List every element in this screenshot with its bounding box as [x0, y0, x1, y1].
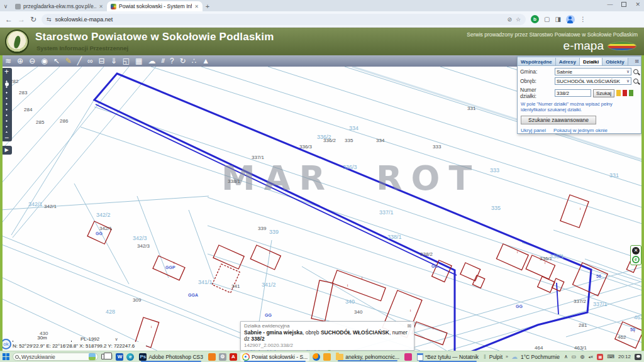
window-close-button[interactable]: ✕ [635, 1, 640, 8]
map-symbol: GG [516, 304, 523, 309]
system-tray: ∧ ▭ ◍ ◂✕ ▦ ⌨ 20:12 [564, 354, 641, 360]
measure-icon[interactable]: ╱ [77, 55, 82, 67]
county-logo[interactable] [5, 30, 29, 53]
acrobat-icon[interactable]: A [230, 353, 237, 361]
new-tab-button[interactable]: + [203, 1, 213, 11]
back-button[interactable]: ← [5, 15, 13, 24]
keyboard-icon[interactable]: ⌨ [607, 354, 614, 359]
popup-close-icon[interactable]: ⊠ [407, 323, 411, 329]
panels-icon[interactable]: ▦ [135, 55, 142, 67]
extensions-puzzle-icon[interactable]: ▢ [544, 16, 550, 23]
network-icon[interactable]: ◍ [580, 354, 584, 359]
full-extent-icon[interactable]: ◉ [41, 55, 47, 67]
single-window-link[interactable]: Pokazuj w jednym oknie [553, 128, 608, 133]
address-bar[interactable]: ⇆ sokolowski.e-mapa.net ⊘ ☆ [42, 14, 526, 25]
svg-text:i: i [174, 261, 174, 265]
points-icon[interactable]: ∴ [192, 55, 197, 67]
zoom-in-button[interactable]: + [1, 68, 12, 76]
forward-button[interactable]: → [18, 15, 25, 24]
task-view-icon[interactable] [101, 354, 108, 359]
hatch-lines-icon[interactable]: /// [161, 55, 164, 67]
pointer-icon[interactable]: ↖ [53, 55, 60, 67]
browser-tab-1[interactable]: przegladarka-ekw.ms.gov.pl/e... ✕ [11, 1, 107, 11]
search-icon[interactable] [633, 69, 638, 74]
word-icon[interactable]: W [116, 353, 123, 361]
weather-cloud-icon[interactable]: ☁ [511, 353, 518, 360]
crs-label: PL-1992 [80, 336, 99, 342]
notepad-task[interactable]: *Bez tytułu — Notatnik [415, 353, 480, 361]
help-icon[interactable]: ? [170, 55, 174, 67]
szukaj-button[interactable]: Szukaj [593, 89, 614, 97]
tab-adresy[interactable]: Adresy [556, 58, 580, 65]
tab2-close-icon[interactable]: ✕ [194, 4, 199, 9]
layers-icon[interactable]: ≋ [5, 55, 11, 67]
explorer-task[interactable]: aneksy, pełnomocnic... [334, 353, 401, 361]
zoom-handle[interactable] [5, 82, 9, 86]
edge-icon[interactable]: e [126, 353, 134, 361]
close-overlay-button[interactable]: ✕ [632, 247, 640, 255]
reload-button[interactable]: ↻ [30, 15, 36, 24]
profile-avatar[interactable] [566, 15, 575, 24]
zoom-in-icon[interactable]: ⊕ [17, 55, 23, 67]
orange-app2-icon[interactable] [323, 353, 331, 361]
north-arrow-icon[interactable]: ▲ [202, 55, 209, 67]
hide-panel-link[interactable]: Ukryj panel [521, 128, 546, 133]
browser-tab-2[interactable]: Powiat sokołowski - System Inf... ✕ [107, 1, 203, 11]
tray-chevron-icon[interactable]: ∧ [564, 354, 568, 359]
window-minimize-button[interactable]: — [607, 1, 613, 8]
download-icon[interactable]: ⇓ [111, 55, 117, 67]
pulpit-expand-icon[interactable]: » [506, 354, 508, 359]
crs-selector[interactable]: PL-1992 ∨ [80, 336, 118, 342]
site-info-icon[interactable]: ⇆ [47, 16, 52, 23]
tab-dzialki[interactable]: Działki [580, 58, 602, 65]
volume-muted-icon[interactable]: ◂✕ [588, 354, 593, 359]
parcel-number-input[interactable]: 338/2 [555, 89, 591, 97]
pulpit-toolbar[interactable]: Pulpit [489, 354, 502, 360]
tab1-close-icon[interactable]: ✕ [99, 4, 103, 9]
taskbar-search[interactable]: Wyszukiwanie [13, 353, 98, 361]
tab1-title: przegladarka-ekw.ms.gov.pl/e... [23, 3, 96, 9]
annotate-pen-icon[interactable]: ✎ [65, 55, 72, 67]
gear-app-icon[interactable]: ⚙ [219, 353, 226, 361]
obreb-select[interactable]: SUCHODÓŁ WŁOŚCIAŃSK∨ [555, 77, 631, 85]
search-icon[interactable] [633, 79, 638, 84]
zoom-track[interactable] [4, 77, 9, 133]
side-panel-icon[interactable]: ◨ [555, 16, 561, 23]
parcel-label: 338/1 [387, 234, 402, 240]
zoom-slider[interactable]: + − [1, 68, 12, 141]
orange-app-icon[interactable] [208, 353, 216, 361]
coordinates-bar: N: 52°29'22.9" E: 22°16'28.8" X: 518799.… [0, 342, 146, 351]
chat-icon[interactable] [635, 354, 641, 360]
clock[interactable]: 20:12 [618, 354, 631, 359]
firefox-icon[interactable] [313, 353, 320, 361]
comment-cloud-icon[interactable]: ☁ [148, 55, 155, 67]
bookmark-star-icon[interactable]: ☆ [516, 16, 521, 23]
link-icon[interactable]: ∞ [87, 55, 93, 67]
tab-obiekty[interactable]: Obiekty [602, 58, 628, 65]
chrome-task[interactable]: Powiat sokołowski - S... [240, 353, 309, 361]
panel-close-icon[interactable]: ⊠ [635, 58, 639, 64]
zoom-out-icon[interactable]: ⊖ [29, 55, 35, 67]
panel-expand-arrow[interactable]: ▶ [1, 146, 12, 155]
search-highlight-image[interactable] [89, 353, 96, 360]
eye-off-icon[interactable]: ⊘ [507, 16, 512, 23]
pink-app-icon[interactable] [404, 353, 412, 361]
print-icon[interactable]: ⊟ [99, 55, 105, 67]
zoom-out-button[interactable]: − [1, 134, 12, 141]
extension-badge-icon[interactable]: b [531, 15, 539, 23]
tray-red-app-icon[interactable]: ▦ [597, 354, 603, 360]
browser-menu-icon[interactable]: ⋮ [580, 16, 586, 23]
refresh-cloud-icon[interactable]: ↻ [180, 55, 186, 67]
weather-text[interactable]: 1°C Pochmurnie [521, 354, 560, 360]
locate-button[interactable]: e [632, 256, 640, 263]
tab-wspolrzedne[interactable]: Współrzędne [518, 58, 556, 65]
start-button[interactable] [3, 353, 9, 361]
photoshop-task[interactable]: Ps Adobe Photoshop CS3 [137, 353, 204, 361]
gmina-select[interactable]: Sabnie∨ [555, 68, 631, 75]
display-icon[interactable]: ▭ [572, 354, 577, 359]
advanced-search-button[interactable]: Szukanie zaawansowane [521, 116, 596, 124]
tab-search-icon[interactable]: ∨ [0, 1, 11, 11]
window-maximize-button[interactable] [621, 2, 626, 7]
parcel-label: 285 [36, 119, 44, 125]
copy-view-icon[interactable]: ◱ [123, 55, 130, 67]
